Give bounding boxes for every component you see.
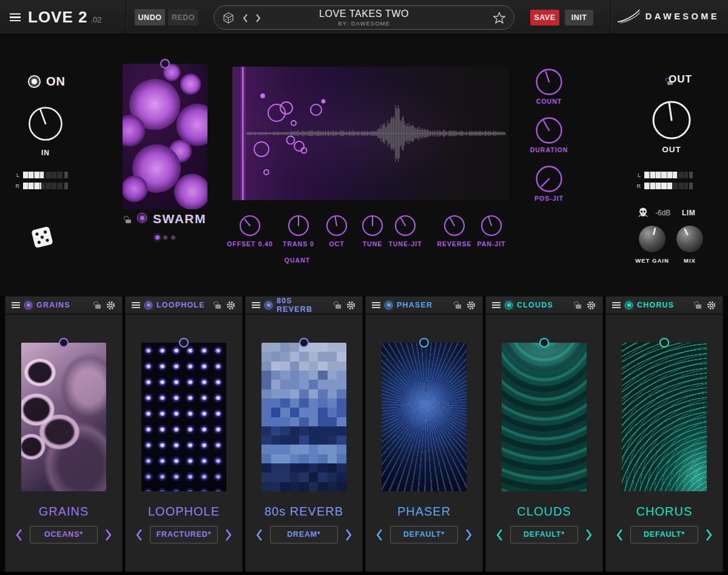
reverse-knob[interactable]	[442, 214, 467, 238]
mix-knob[interactable]	[676, 225, 704, 253]
limiter-skull-icon[interactable]	[637, 207, 649, 220]
module-visual-pad[interactable]	[502, 343, 587, 491]
gear-icon[interactable]	[706, 300, 716, 311]
gear-icon[interactable]	[466, 300, 476, 311]
tile-handle[interactable]	[659, 338, 669, 348]
module-visual-pad[interactable]	[382, 343, 467, 491]
module-visual-pad[interactable]	[622, 343, 707, 491]
gear-icon[interactable]	[226, 300, 236, 311]
brand-logo: DAWESOME	[616, 8, 720, 24]
prev-preset-icon[interactable]	[616, 528, 624, 542]
lock-icon[interactable]	[694, 302, 702, 309]
module-enable-radio[interactable]	[625, 301, 633, 309]
module-visual-pad[interactable]	[141, 343, 226, 491]
source-visual-pad[interactable]	[123, 64, 207, 209]
module-menu-icon[interactable]	[12, 302, 20, 308]
tile-handle[interactable]	[179, 338, 189, 348]
tune-knob[interactable]	[360, 214, 385, 238]
pan-jit-knob[interactable]	[479, 214, 504, 238]
input-meter-left: L	[15, 172, 68, 178]
pager-dot[interactable]	[171, 235, 175, 240]
lock-icon[interactable]	[334, 302, 342, 309]
lock-icon[interactable]	[574, 302, 582, 309]
pager-dot[interactable]	[163, 235, 167, 240]
tile-handle[interactable]	[59, 338, 69, 348]
module-menu-icon[interactable]	[492, 302, 500, 308]
tile-handle[interactable]	[419, 338, 429, 348]
limiter-threshold-value[interactable]: -6dB	[655, 209, 670, 217]
duration-knob[interactable]	[534, 116, 564, 145]
tile-handle[interactable]	[539, 338, 549, 348]
dice-randomizer-icon[interactable]	[26, 221, 59, 255]
pos-jit-knob[interactable]	[534, 164, 564, 193]
main-menu-icon[interactable]	[10, 13, 21, 21]
tune-jit-knob[interactable]	[393, 214, 417, 238]
gear-icon[interactable]	[586, 300, 596, 311]
lock-icon[interactable]	[93, 302, 101, 309]
gear-icon[interactable]	[346, 300, 356, 311]
module-enable-radio[interactable]	[24, 301, 32, 309]
module-menu-icon[interactable]	[372, 302, 380, 308]
prev-preset-icon[interactable]	[376, 528, 383, 542]
module-menu-icon[interactable]	[612, 302, 621, 308]
module-enable-radio[interactable]	[385, 301, 393, 309]
module-preset-name[interactable]: DEFAULT*	[630, 526, 698, 543]
module-menu-icon[interactable]	[132, 302, 140, 308]
module-preset-name[interactable]: DEFAULT*	[390, 526, 458, 543]
module-preset-name[interactable]: DEFAULT*	[510, 526, 578, 543]
prev-preset-icon[interactable]	[135, 528, 143, 542]
trans-knob[interactable]	[286, 214, 311, 238]
module-preset-name[interactable]: DREAM*	[270, 526, 338, 543]
module-visual-pad[interactable]	[21, 343, 106, 491]
oct-knob[interactable]	[325, 214, 349, 238]
brand-swoosh-icon	[616, 8, 641, 24]
module-menu-icon[interactable]	[252, 302, 260, 308]
quant-label[interactable]: QUANT	[285, 257, 310, 264]
lock-icon[interactable]	[214, 302, 221, 309]
pager-dot[interactable]	[155, 235, 160, 240]
count-knob[interactable]	[534, 67, 564, 96]
redo-button[interactable]: REDO	[168, 9, 198, 25]
prev-preset-icon[interactable]	[15, 528, 23, 542]
favorite-star-icon[interactable]	[492, 11, 507, 28]
lock-icon[interactable]	[454, 302, 462, 309]
preset-browser[interactable]: LOVE TAKES TWO BY: DAWESOME	[214, 5, 514, 30]
wet-gain-knob[interactable]	[638, 225, 666, 253]
next-preset-icon[interactable]	[345, 528, 352, 542]
next-preset-icon[interactable]	[465, 528, 473, 542]
on-toggle[interactable]: ON	[28, 75, 66, 89]
module-enable-radio[interactable]	[144, 301, 152, 309]
output-gain-knob[interactable]	[650, 98, 693, 142]
source-pager-dots[interactable]	[155, 231, 179, 242]
gear-icon[interactable]	[106, 300, 116, 311]
prev-preset-icon[interactable]	[242, 13, 248, 25]
prev-preset-icon[interactable]	[496, 528, 504, 542]
undo-button[interactable]: UNDO	[135, 9, 165, 25]
module-preset-selector: FRACTURED*	[126, 526, 242, 543]
module-visual-pad[interactable]	[261, 343, 346, 491]
init-button[interactable]: INIT	[565, 10, 593, 25]
tile-handle[interactable]	[299, 338, 309, 348]
trans-label: TRANS 0	[283, 240, 314, 247]
next-preset-icon[interactable]	[224, 528, 232, 542]
offset-knob[interactable]	[238, 214, 262, 238]
grain-waveform-display[interactable]	[232, 67, 508, 200]
prev-preset-icon[interactable]	[255, 528, 263, 542]
module-enable-radio[interactable]	[265, 301, 272, 309]
next-preset-icon[interactable]	[585, 528, 593, 542]
module-title: CLOUDS	[517, 301, 570, 309]
source-enable-radio[interactable]	[137, 213, 147, 223]
input-gain-knob[interactable]	[26, 104, 65, 143]
tile-handle[interactable]	[160, 59, 170, 69]
module-header: LOOPHOLE	[126, 297, 242, 315]
next-preset-icon[interactable]	[104, 528, 112, 542]
next-preset-icon[interactable]	[255, 13, 261, 25]
randomize-dice-icon[interactable]	[223, 12, 234, 26]
next-preset-icon[interactable]	[705, 528, 713, 542]
module-enable-radio[interactable]	[505, 301, 513, 309]
level-meter	[644, 172, 693, 178]
module-preset-name[interactable]: OCEANS*	[30, 526, 98, 543]
lock-icon[interactable]	[124, 217, 132, 223]
module-preset-name[interactable]: FRACTURED*	[150, 526, 218, 543]
save-button[interactable]: SAVE	[530, 10, 559, 25]
